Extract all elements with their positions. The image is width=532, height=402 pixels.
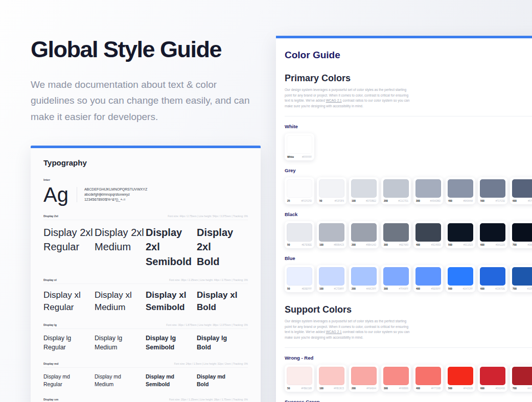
type-scale-row-header: Display xlFont size: 36px / 2.25rem | Li… [43, 278, 248, 284]
swatch-label: 400 [448, 200, 452, 202]
color-section-heading: Support Colors [285, 304, 532, 315]
type-sample-name: Display xl [197, 289, 248, 301]
alphabet-lowercase: abcdefghijklmnopqrstuvwxyz [84, 192, 147, 197]
swatch-meta: 300#6E7683 [383, 242, 409, 247]
type-sample: Display 2xlBold [197, 225, 248, 269]
type-sample: Display xlSemibold [146, 289, 197, 314]
color-swatch-card: 200#A8C5FF [349, 265, 379, 292]
color-swatch [319, 179, 344, 198]
swatch-hex: #C1C7D1 [398, 200, 408, 202]
swatch-hex: #FFFFFF [302, 156, 312, 158]
swatch-meta: 600#57637B [512, 198, 532, 203]
swatch-label: 700 [513, 288, 517, 290]
type-sample-weight: Semibold [146, 254, 197, 269]
type-scale-row-header: Display mdFont size: 24px / 1.5rem | Lin… [43, 362, 248, 368]
type-sample-weight: Semibold [146, 381, 197, 388]
color-swatch-card: 400#3C4553 [413, 221, 443, 248]
swatch-label: 600 [480, 244, 484, 246]
swatch-hex: #F4291B [464, 387, 473, 390]
swatch-label: 50 [287, 387, 290, 390]
swatch-hex: #3C4553 [431, 244, 441, 246]
swatch-hex: #8A94A8 [463, 200, 473, 202]
swatch-hex: #AC2029 [527, 387, 532, 390]
swatch-label: 300 [384, 387, 388, 390]
swatch-label: White [287, 156, 294, 158]
wcag-link[interactable]: WCAG 2.1 [326, 330, 342, 334]
swatch-label: 600 [513, 200, 517, 202]
color-section-heading: Primary Colors [285, 73, 532, 84]
type-sample: Display xlRegular [43, 289, 95, 314]
color-swatch-card: 300#7FA9FF [381, 265, 411, 292]
type-scale-row: Display mdFont size: 24px / 1.5rem | Lin… [43, 362, 248, 388]
type-scale-label: Display sm [43, 398, 58, 401]
wcag-link[interactable]: WCAG 2.1 [326, 99, 342, 102]
color-swatch-card: 600#D02430 [478, 365, 507, 392]
color-swatch [415, 179, 441, 198]
swatch-label: 100 [352, 200, 356, 202]
swatch-meta: 400#F7726B [415, 385, 441, 390]
color-swatch [319, 267, 344, 286]
specimen-character-set: ABCDEFGHIJKLMNOPQRSTUVWXYZ abcdefghijklm… [77, 187, 147, 202]
color-swatch [287, 267, 312, 286]
type-scale-label: Display lg [43, 323, 57, 326]
swatch-hex: #F7726B [431, 387, 441, 390]
section-divider [285, 347, 532, 348]
swatch-meta: 50#F2F3F6 [319, 198, 344, 203]
swatch-meta: 600#0A1220 [480, 242, 505, 247]
color-swatch-card: 700#1D57AC [510, 265, 532, 292]
swatch-hex: #6E7683 [399, 244, 408, 246]
alphabet-uppercase: ABCDEFGHIJKLMNOPQRSTUVWXYZ [84, 187, 147, 192]
color-swatch-card: 500#717C92 [478, 177, 507, 204]
color-swatch-card: 300#6E7683 [381, 221, 411, 248]
swatch-label: 500 [448, 288, 452, 290]
color-swatch-card: 50#E7E9EE [285, 221, 314, 248]
type-sample-name: Display lg [197, 334, 248, 343]
color-group-label: Success Green [285, 399, 532, 402]
swatch-meta: White#FFFFFF [287, 154, 312, 159]
color-swatch-card: 600#0A1220 [478, 221, 507, 248]
swatch-label: 300 [416, 200, 420, 202]
swatch-hex: #0A1220 [496, 244, 505, 246]
color-swatch-card: 700#080F1C [510, 221, 532, 248]
type-sample-name: Display 2xl [146, 225, 197, 254]
color-swatch [512, 367, 532, 385]
color-swatch-card: 400#8A94A8 [446, 177, 475, 204]
swatch-hex: #C7D8FF [334, 288, 344, 290]
color-swatch-card: 100#D7DBE2 [349, 177, 379, 204]
type-scale-meta: Font size: 44px / 2.75rem | Line height:… [168, 215, 248, 218]
color-group-label: Wrong - Red [285, 355, 532, 361]
type-scale-meta: Font size: 20px / 1.25rem | Line height:… [169, 398, 248, 401]
type-scale-meta: Font size: 30px / 1.875rem | Line height… [166, 323, 248, 326]
swatch-meta: 100#FBC8C5 [319, 385, 344, 390]
type-scale-row-header: Display lgFont size: 30px / 1.875rem | L… [43, 323, 248, 329]
color-guide-title: Color Guide [285, 50, 532, 61]
color-swatch-card: 50#FBECEB [285, 365, 314, 392]
color-swatch-card: 50#F2F3F6 [317, 177, 346, 204]
typography-heading: Typography [43, 158, 248, 167]
swatch-meta: 200#C1C7D1 [383, 198, 409, 203]
swatch-hex: #5E95FF [431, 288, 441, 290]
swatch-meta: 300#A5ADBD [415, 198, 441, 203]
color-swatch [448, 223, 473, 242]
swatch-hex: #1D57AC [527, 288, 532, 290]
color-swatch [448, 267, 473, 286]
swatch-label: 300 [384, 244, 388, 246]
swatch-meta: 400#5E95FF [415, 286, 441, 291]
color-swatch [351, 223, 377, 242]
type-scale-samples: Display lgRegularDisplay lgMediumDisplay… [43, 334, 248, 352]
color-swatch [383, 367, 409, 385]
color-swatch [448, 367, 473, 385]
color-swatch [448, 179, 473, 198]
type-sample: Display lgBold [197, 334, 248, 352]
font-specimen: Ag ABCDEFGHIJKLMNOPQRSTUVWXYZ abcdefghij… [43, 184, 248, 205]
type-sample-name: Display md [95, 373, 146, 381]
color-swatch [287, 223, 312, 242]
intro-section: Global Style Guide We made documentation… [31, 37, 266, 125]
swatch-meta: 200#F9A8A4 [351, 385, 377, 390]
swatch-label: 700 [513, 244, 517, 246]
color-swatch-card: 700#AC2029 [510, 365, 532, 392]
swatch-hex: #F2F3F6 [335, 200, 344, 202]
type-sample: Display mdSemibold [146, 373, 197, 388]
swatch-meta: 500#F4291B [448, 385, 473, 390]
swatch-hex: #FBC8C5 [334, 387, 344, 390]
